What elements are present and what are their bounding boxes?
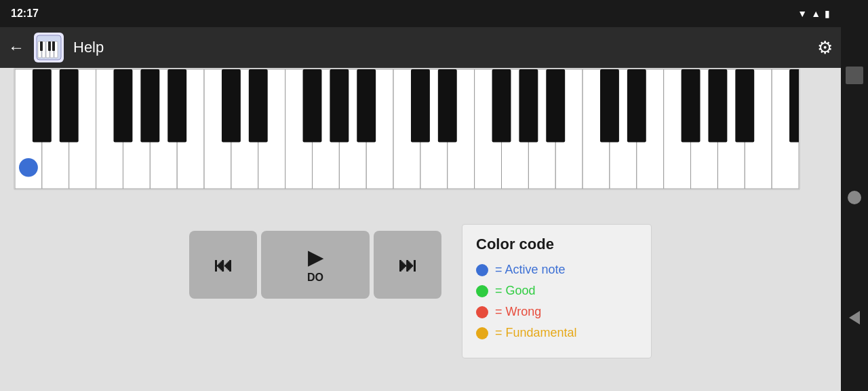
svg-rect-57 <box>735 69 754 143</box>
wifi-icon: ▼ <box>797 8 807 19</box>
color-item-0: = Active note <box>476 263 637 277</box>
battery-icon: ▮ <box>825 8 830 19</box>
piano-icon <box>36 35 62 60</box>
svg-rect-44 <box>249 69 268 143</box>
skip-back-button[interactable]: ⏮ <box>189 231 257 299</box>
color-item-1: = Good <box>476 284 637 298</box>
svg-rect-48 <box>411 69 430 143</box>
color-label-3: = Fundamental <box>495 326 577 340</box>
status-bar: 12:17 ▼ ▲ ▮ <box>0 0 841 27</box>
back-button[interactable]: ← <box>8 38 24 57</box>
svg-rect-38 <box>33 69 52 143</box>
color-item-3: = Fundamental <box>476 326 637 340</box>
right-sidebar <box>841 0 868 391</box>
svg-rect-54 <box>627 69 646 143</box>
transport-buttons: ⏮ ▶ DO ⏭ <box>189 231 441 299</box>
svg-rect-52 <box>546 69 565 143</box>
svg-rect-50 <box>492 69 511 143</box>
svg-rect-46 <box>330 69 349 143</box>
controls-section: ⏮ ▶ DO ⏭ Color code = Active note= Good=… <box>0 204 841 379</box>
color-code-panel: Color code = Active note= Good= Wrong= F… <box>462 224 652 358</box>
sidebar-square-btn[interactable] <box>846 67 863 84</box>
signal-icon: ▲ <box>811 8 821 19</box>
status-icons: ▼ ▲ ▮ <box>797 8 830 19</box>
skip-forward-icon: ⏭ <box>398 254 417 276</box>
color-label-1: = Good <box>495 284 536 298</box>
svg-rect-40 <box>113 69 132 143</box>
status-time: 12:17 <box>11 7 39 20</box>
svg-rect-39 <box>60 69 79 143</box>
color-code-title: Color code <box>476 236 637 253</box>
skip-back-icon: ⏮ <box>214 254 233 276</box>
settings-button[interactable]: ⚙ <box>817 37 833 58</box>
svg-point-59 <box>19 158 38 176</box>
svg-rect-6 <box>40 41 43 51</box>
play-icon: ▶ <box>308 246 323 269</box>
svg-rect-41 <box>140 69 159 143</box>
svg-rect-8 <box>52 41 55 51</box>
page-title: Help <box>73 39 808 56</box>
svg-rect-42 <box>167 69 186 143</box>
svg-rect-45 <box>303 69 322 143</box>
svg-rect-53 <box>600 69 619 143</box>
piano-svg <box>15 69 799 189</box>
piano-keyboard <box>14 68 800 190</box>
svg-rect-49 <box>438 69 457 143</box>
svg-rect-47 <box>357 69 376 143</box>
svg-rect-51 <box>519 69 538 143</box>
svg-rect-56 <box>708 69 727 143</box>
svg-rect-55 <box>682 69 701 143</box>
color-items-list: = Active note= Good= Wrong= Fundamental <box>476 263 637 340</box>
top-bar: ← Help ⚙ <box>0 27 841 68</box>
play-button[interactable]: ▶ DO <box>261 231 370 299</box>
svg-rect-43 <box>222 69 241 143</box>
color-label-0: = Active note <box>495 263 566 277</box>
sidebar-back-btn[interactable] <box>849 311 860 324</box>
color-dot-3 <box>476 327 488 339</box>
color-item-2: = Wrong <box>476 305 637 319</box>
color-dot-1 <box>476 285 488 297</box>
sidebar-circle-btn[interactable] <box>848 191 861 204</box>
app-icon <box>34 33 64 62</box>
play-note-label: DO <box>307 272 323 284</box>
color-label-2: = Wrong <box>495 305 541 319</box>
skip-forward-button[interactable]: ⏭ <box>374 231 441 299</box>
svg-rect-7 <box>48 41 51 51</box>
color-dot-0 <box>476 264 488 276</box>
color-dot-2 <box>476 306 488 318</box>
svg-rect-58 <box>789 69 799 143</box>
